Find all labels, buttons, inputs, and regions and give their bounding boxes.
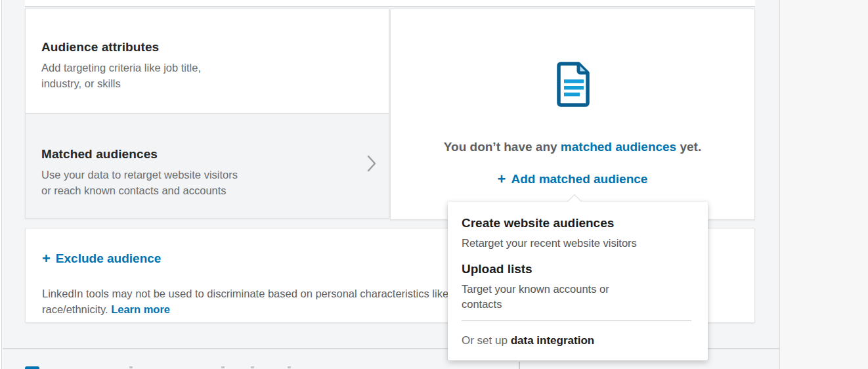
chevron-right-icon [366,154,377,173]
previous-card-bottom-strip [25,0,755,7]
empty-message-prefix: You don’t have any [444,140,557,154]
audience-attributes-description: Add targeting criteria like job title, i… [41,60,201,91]
matched-audiences-empty-state-card: You don’t have any matched audiences yet… [390,9,755,220]
add-matched-audience-label: Add matched audience [511,172,647,186]
next-section-divider [519,362,520,369]
next-section-text-peek [251,366,254,368]
learn-more-link[interactable]: Learn more [111,303,170,315]
audience-setup-page: Audience attributes Add targeting criter… [0,0,868,369]
plus-icon: + [498,171,506,187]
matched-audiences-title: Matched audiences [41,147,158,162]
popover-divider [462,320,691,321]
data-integration-link[interactable]: data integration [511,334,595,347]
empty-message-suffix: yet. [680,140,701,154]
next-section-text-peek [288,366,291,368]
exclude-audience-label: Exclude audience [56,251,162,265]
footer-prefix: Or set up [462,334,508,347]
empty-state-message: You don’t have any matched audiences yet… [391,140,754,154]
popover-footer: Or set up data integration [462,334,594,347]
document-icon [556,61,590,108]
create-website-audiences-description: Retarget your recent website visitors [462,236,637,251]
next-section-checkbox-peek [25,366,39,369]
matched-audiences-card[interactable]: Matched audiences Use your data to retar… [25,114,389,219]
matched-audiences-link[interactable]: matched audiences [561,140,676,154]
audience-attributes-title: Audience attributes [41,40,159,54]
matched-audiences-description: Use your data to retarget website visito… [41,167,238,198]
next-section-text-peek [129,366,133,368]
add-matched-audience-button[interactable]: +Add matched audience [391,170,754,187]
next-section-text-peek [221,366,225,368]
plus-icon: + [42,250,51,267]
upload-lists-description: Target your known accounts or contacts [462,282,609,312]
menu-item-upload-lists[interactable]: Upload lists [462,262,532,276]
exclude-audience-button[interactable]: +Exclude audience [42,250,161,267]
add-matched-audience-popover: Create website audiences Retarget your r… [448,202,708,360]
menu-item-create-website-audiences[interactable]: Create website audiences [462,216,614,230]
window-left-edge [0,0,2,369]
audience-attributes-card[interactable]: Audience attributes Add targeting criter… [25,9,389,114]
